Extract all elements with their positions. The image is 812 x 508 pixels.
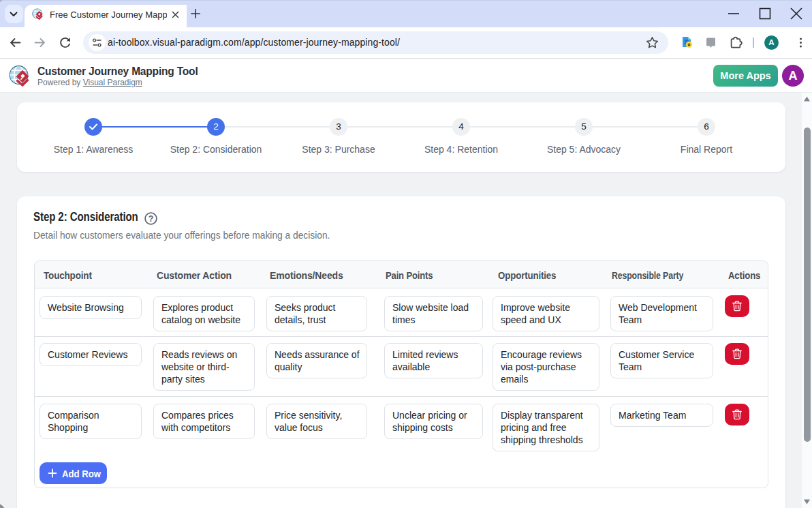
svg-text:?: ? xyxy=(149,214,154,224)
